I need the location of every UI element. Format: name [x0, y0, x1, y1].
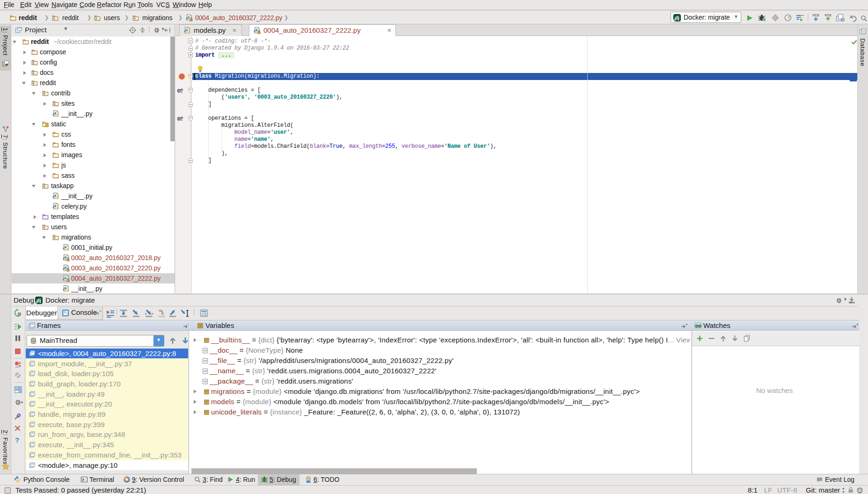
svg-text:VCS: VCS — [824, 14, 832, 17]
svg-text:VCS: VCS — [812, 14, 819, 17]
